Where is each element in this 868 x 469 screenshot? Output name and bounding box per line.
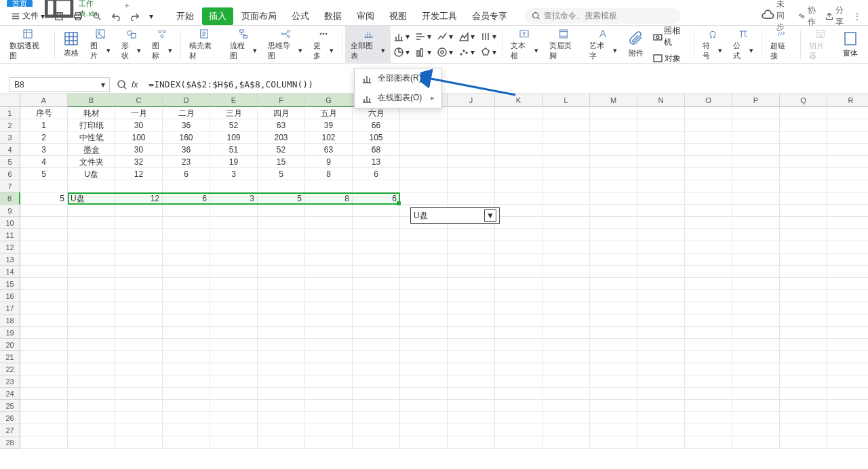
cell[interactable] — [353, 290, 400, 302]
cell[interactable] — [590, 205, 637, 217]
cell[interactable] — [590, 107, 637, 119]
cell[interactable] — [210, 327, 258, 339]
cell[interactable] — [353, 412, 400, 424]
cell[interactable] — [448, 363, 495, 375]
row-header[interactable]: 14 — [0, 266, 20, 278]
cell[interactable] — [400, 388, 448, 400]
cell[interactable]: 6 — [163, 168, 210, 180]
cell[interactable]: 100 — [115, 131, 163, 144]
cell[interactable] — [20, 229, 68, 241]
cell[interactable] — [258, 339, 305, 351]
cell[interactable] — [163, 217, 210, 229]
main-menu-button[interactable]: 文件 ▾ — [7, 8, 49, 24]
cell[interactable] — [115, 241, 163, 253]
cell[interactable] — [448, 253, 495, 266]
cell[interactable] — [400, 266, 448, 278]
row-header[interactable]: 7 — [0, 180, 20, 192]
cell[interactable] — [780, 302, 827, 314]
cell[interactable] — [827, 229, 868, 241]
cell[interactable] — [590, 375, 637, 388]
cell[interactable] — [780, 217, 827, 229]
row-header[interactable]: 28 — [0, 436, 20, 449]
row-header[interactable]: 6 — [0, 168, 20, 180]
cell[interactable] — [115, 180, 163, 192]
cell[interactable] — [258, 278, 305, 290]
cell[interactable] — [210, 388, 258, 400]
cell[interactable] — [163, 412, 210, 424]
cell[interactable] — [353, 375, 400, 388]
cell[interactable] — [258, 436, 305, 449]
cell[interactable] — [400, 168, 448, 180]
cell[interactable] — [685, 412, 732, 424]
cell[interactable] — [115, 229, 163, 241]
cell[interactable] — [258, 302, 305, 314]
cell[interactable] — [448, 107, 495, 119]
cell[interactable] — [590, 192, 637, 205]
cell[interactable] — [780, 412, 827, 424]
cell[interactable] — [115, 205, 163, 217]
row-header[interactable]: 26 — [0, 412, 20, 424]
cell[interactable] — [20, 278, 68, 290]
cell[interactable] — [780, 229, 827, 241]
cell[interactable]: 30 — [115, 144, 163, 156]
cell[interactable] — [210, 217, 258, 229]
cell[interactable] — [68, 388, 115, 400]
cell[interactable] — [732, 168, 780, 180]
cell[interactable] — [685, 107, 732, 119]
cell[interactable] — [542, 375, 590, 388]
cell[interactable] — [542, 388, 590, 400]
cell[interactable] — [163, 339, 210, 351]
cell[interactable] — [637, 266, 685, 278]
dropdown-arrow-button[interactable]: ▼ — [484, 209, 496, 222]
cell[interactable] — [685, 229, 732, 241]
row-header[interactable]: 1 — [0, 107, 20, 119]
cell[interactable] — [495, 400, 542, 412]
donut-chart-button[interactable]: ▾ — [434, 45, 456, 59]
cell[interactable] — [827, 253, 868, 266]
cell[interactable] — [637, 205, 685, 217]
cell[interactable] — [448, 290, 495, 302]
cell[interactable]: 3 — [210, 192, 258, 205]
cell[interactable] — [448, 400, 495, 412]
row-header[interactable]: 20 — [0, 339, 20, 351]
cell[interactable] — [305, 266, 353, 278]
cell[interactable] — [495, 131, 542, 144]
cell[interactable] — [590, 412, 637, 424]
cell[interactable] — [400, 131, 448, 144]
cell[interactable] — [827, 266, 868, 278]
cell[interactable] — [827, 131, 868, 144]
cell[interactable] — [685, 156, 732, 168]
cell[interactable] — [115, 290, 163, 302]
cell[interactable] — [210, 302, 258, 314]
cell[interactable] — [448, 314, 495, 327]
cell[interactable] — [780, 351, 827, 363]
tab-insert[interactable]: 插入 — [202, 7, 233, 25]
more-button[interactable]: 更多 ▾ — [308, 26, 339, 64]
cell[interactable] — [448, 180, 495, 192]
cell[interactable] — [68, 241, 115, 253]
cell[interactable] — [20, 351, 68, 363]
picture-button[interactable]: 图片 ▾ — [85, 26, 116, 64]
cell[interactable] — [448, 192, 495, 205]
scatter-chart-button[interactable]: ▾ — [456, 45, 477, 59]
col-header[interactable]: L — [542, 94, 590, 107]
cell[interactable]: 52 — [258, 144, 305, 156]
cell[interactable] — [210, 278, 258, 290]
cell[interactable] — [590, 253, 637, 266]
cell[interactable] — [542, 107, 590, 119]
cell[interactable] — [732, 229, 780, 241]
cell[interactable] — [353, 327, 400, 339]
cell[interactable] — [68, 339, 115, 351]
cell[interactable] — [400, 144, 448, 156]
cell[interactable] — [68, 205, 115, 217]
cell[interactable] — [590, 131, 637, 144]
radar-chart-button[interactable]: ▾ — [477, 45, 499, 59]
cell[interactable] — [495, 339, 542, 351]
cell[interactable]: 8 — [305, 168, 353, 180]
cell[interactable] — [68, 400, 115, 412]
cell[interactable] — [353, 205, 400, 217]
cell[interactable] — [685, 375, 732, 388]
cell[interactable] — [495, 388, 542, 400]
cell[interactable] — [305, 217, 353, 229]
cell[interactable]: 三月 — [210, 107, 258, 119]
